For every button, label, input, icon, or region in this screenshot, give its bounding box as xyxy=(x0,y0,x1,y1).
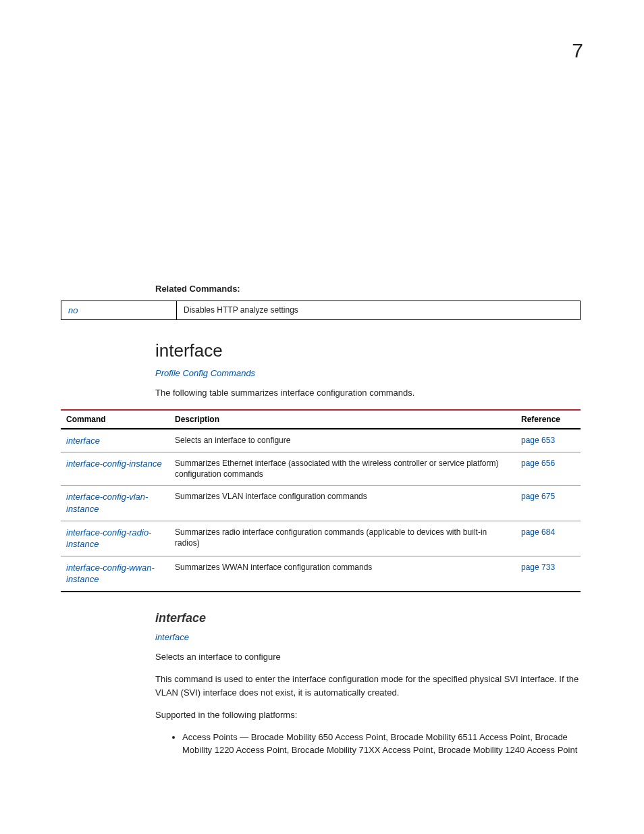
page-ref-link[interactable]: page 675 xyxy=(521,492,555,501)
no-command-link[interactable]: no xyxy=(68,305,78,315)
subsection-heading-interface: interface xyxy=(155,611,583,625)
profile-config-commands-link[interactable]: Profile Config Commands xyxy=(155,368,583,378)
interface-short-desc: Selects an interface to configure xyxy=(155,650,583,664)
table-row: no Disables HTTP analyze settings xyxy=(61,301,581,320)
interface-config-radio-instance-link[interactable]: interface-config-radio-instance xyxy=(66,527,151,550)
table-row: interface-config-instance Summarizes Eth… xyxy=(61,452,581,486)
row-description: Summarizes Ethernet interface (associate… xyxy=(169,452,516,486)
row-description: Selects an interface to configure xyxy=(169,429,516,452)
interface-sublink[interactable]: interface xyxy=(155,632,583,642)
interface-config-wwan-instance-link[interactable]: interface-config-wwan-instance xyxy=(66,563,155,585)
interface-config-vlan-instance-link[interactable]: interface-config-vlan-instance xyxy=(66,492,148,514)
related-command-description: Disables HTTP analyze settings xyxy=(177,301,581,320)
header-description: Description xyxy=(169,410,516,429)
table-row: interface Selects an interface to config… xyxy=(61,429,581,452)
row-description: Summarizes VLAN interface configuration … xyxy=(169,486,516,521)
page-ref-link[interactable]: page 684 xyxy=(521,527,555,537)
row-description: Summarizes radio interface configuration… xyxy=(169,521,516,556)
section-heading-interface: interface xyxy=(155,340,583,361)
interface-long-desc: This command is used to enter the interf… xyxy=(155,673,583,699)
section-intro-text: The following table summarizes interface… xyxy=(155,386,583,400)
interface-commands-table: Command Description Reference interface … xyxy=(61,409,581,592)
header-reference: Reference xyxy=(516,410,581,429)
table-row: interface-config-wwan-instance Summarize… xyxy=(61,556,581,592)
table-row: interface-config-radio-instance Summariz… xyxy=(61,521,581,556)
supported-platforms-label: Supported in the following platforms: xyxy=(155,708,583,722)
list-item: Access Points — Brocade Mobility 650 Acc… xyxy=(182,731,583,757)
related-commands-heading: Related Commands: xyxy=(155,284,583,294)
header-command: Command xyxy=(61,410,169,429)
page-ref-link[interactable]: page 733 xyxy=(521,563,555,572)
table-row: interface-config-vlan-instance Summarize… xyxy=(61,486,581,521)
page-ref-link[interactable]: page 653 xyxy=(521,436,555,445)
related-commands-table: no Disables HTTP analyze settings xyxy=(61,301,581,320)
row-description: Summarizes WWAN interface configuration … xyxy=(169,556,516,592)
page-ref-link[interactable]: page 656 xyxy=(521,459,555,468)
page-number: 7 xyxy=(572,39,583,62)
interface-config-instance-link[interactable]: interface-config-instance xyxy=(66,459,162,469)
interface-link[interactable]: interface xyxy=(66,436,100,446)
